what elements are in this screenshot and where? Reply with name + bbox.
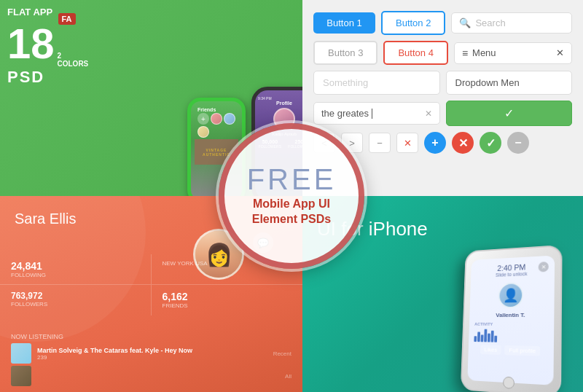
menu-label: Menu: [472, 47, 552, 58]
likes-button[interactable]: Likes: [480, 345, 501, 355]
flat-app-badge: FLAT APP FA 18 2 Colors PSD: [7, 7, 88, 87]
element-psd-text: Element PSDs: [252, 212, 331, 227]
search-icon: 🔍: [459, 17, 471, 28]
activity-chart: [474, 328, 547, 344]
circle-add-button[interactable]: +: [424, 132, 446, 154]
friends-label: Friends: [195, 105, 238, 113]
lock-action-btns: Likes Full profile: [480, 345, 541, 356]
music-item-1: Martin Solveig & The Cataras feat. Kyle …: [11, 343, 292, 364]
free-text: FREE: [247, 165, 337, 194]
add-circle: +: [197, 113, 209, 125]
menu-icon: ≡: [462, 47, 468, 59]
psd-label: PSD: [7, 68, 88, 87]
stat-following-num: 24,841: [11, 260, 140, 272]
circle-minus-button[interactable]: −: [507, 132, 529, 154]
time-display: 9:34 PM: [258, 96, 272, 101]
ui-row-5: < > − ✕ + ✕ ✓ −: [313, 132, 572, 154]
lock-close-icon[interactable]: ✕: [539, 262, 549, 273]
colors-label: Colors: [58, 60, 89, 68]
checkmark-icon: ✓: [504, 106, 514, 120]
bar-6: [490, 331, 493, 342]
button-2[interactable]: Button 2: [381, 11, 445, 35]
text-input-box[interactable]: the greates ✕: [313, 102, 440, 125]
stats-area: 24,841 FOLLOWING NEW YORK USA 763,972 FO…: [0, 254, 302, 315]
friend-3: [197, 126, 209, 138]
ui-row-2: Button 3 Button 4 ≡ Menu ✕: [313, 41, 572, 65]
stat-friends-label: FRIENDS: [163, 302, 292, 309]
now-listening-label: Now Listening: [11, 333, 292, 340]
nav-minus-button[interactable]: −: [369, 133, 391, 153]
stats-grid: 24,841 FOLLOWING NEW YORK USA 763,972 FO…: [0, 254, 302, 315]
action-circles: + ✕ ✓ −: [424, 132, 529, 154]
fa-badge: FA: [58, 13, 76, 25]
vallentin-name: Vallentin T.: [496, 312, 525, 318]
number-18: 18: [7, 25, 55, 63]
nav-close-button[interactable]: ✕: [396, 133, 418, 153]
bar-3: [481, 334, 484, 342]
stat-following-label: FOLLOWING: [11, 272, 140, 278]
iphone-text: iPhone: [369, 218, 428, 240]
stat-friends-num: 6,162: [163, 291, 292, 302]
flat-app-label: FLAT APP: [7, 7, 52, 17]
clear-input-icon[interactable]: ✕: [425, 109, 432, 119]
music-info-1: Martin Solveig & The Cataras feat. Kyle …: [37, 347, 267, 361]
circle-check-button[interactable]: ✓: [480, 132, 501, 154]
lock-screen: 2:40 PM Slide to unlock 👤 Vallentin T. ✕…: [467, 256, 555, 385]
music-list: Martin Solveig & The Cataras feat. Kyle …: [11, 343, 292, 386]
search-placeholder: Search: [475, 17, 505, 28]
track1-title: Martin Solveig & The Cataras feat. Kyle …: [37, 347, 267, 354]
button-1[interactable]: Button 1: [313, 12, 375, 34]
activity-label: Activity: [474, 322, 548, 326]
button-3[interactable]: Button 3: [313, 41, 377, 65]
iphone-3d-body: 2:40 PM Slide to unlock 👤 Vallentin T. ✕…: [461, 245, 563, 392]
track2-tag: All: [285, 373, 292, 380]
bar-4: [484, 329, 487, 342]
input-value: the greates: [321, 108, 369, 119]
confirm-box[interactable]: ✓: [446, 101, 573, 126]
profile-label: Profile: [276, 101, 292, 106]
menu-box[interactable]: ≡ Menu ✕: [454, 42, 572, 64]
badge-2: 2: [58, 52, 89, 60]
friend-2: [224, 113, 235, 125]
dropdown-menu[interactable]: Dropdown Men: [446, 71, 573, 95]
music-section: Now Listening Martin Solveig & The Catar…: [0, 327, 302, 392]
text-cursor: [372, 109, 372, 119]
stat-followers-label: FOLLOWERS: [11, 301, 140, 307]
ui-row-1: Button 1 Button 2 🔍 Search: [313, 11, 572, 35]
something-input[interactable]: Something: [313, 71, 440, 95]
stat-following: 24,841 FOLLOWING: [0, 254, 152, 285]
iphone-mockup: 2:40 PM Slide to unlock 👤 Vallentin T. ✕…: [459, 246, 576, 392]
center-circle: FREE Mobile App UI Element PSDs: [219, 123, 364, 269]
lock-status: Slide to unlock: [496, 271, 528, 278]
stat-followers: 763,972 FOLLOWERS: [0, 285, 152, 315]
activity-section: Activity: [474, 322, 548, 343]
iphone-3d-screen: 2:40 PM Slide to unlock 👤 Vallentin T. ✕…: [467, 256, 555, 385]
home-button[interactable]: [503, 377, 514, 389]
friend-circles: +: [195, 113, 238, 138]
bar-5: [488, 334, 490, 342]
full-profile-button[interactable]: Full profile: [504, 345, 540, 356]
menu-close-icon[interactable]: ✕: [556, 47, 564, 58]
circle-remove-button[interactable]: ✕: [452, 132, 474, 154]
search-box[interactable]: 🔍 Search: [451, 12, 572, 34]
ui-row-3: Something Dropdown Men: [313, 71, 572, 95]
mobile-app-text: Mobile App UI: [253, 197, 330, 212]
user-avatar-lock: 👤: [498, 282, 523, 308]
bar-2: [477, 332, 480, 342]
ui-row-4: the greates ✕ ✓: [313, 101, 572, 126]
music-item-2: All: [11, 366, 292, 386]
bar-1: [474, 336, 477, 342]
button-4[interactable]: Button 4: [383, 41, 447, 65]
track1-num: 239: [37, 354, 267, 361]
bar-7: [494, 336, 497, 342]
stat-followers-num: 763,972: [11, 291, 140, 301]
track1-tag: Recent: [273, 350, 292, 357]
music-thumb-1: [11, 343, 31, 364]
stat-friends: 6,162 FRIENDS: [152, 285, 303, 315]
music-thumb-2: [11, 366, 31, 386]
friend-1: [211, 113, 222, 125]
